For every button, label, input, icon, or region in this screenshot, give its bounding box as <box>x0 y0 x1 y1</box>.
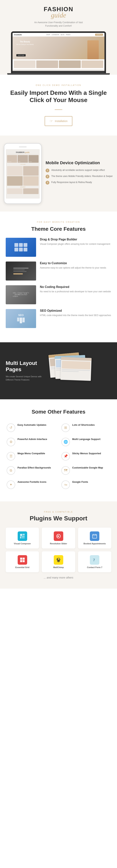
svg-rect-3 <box>20 536 21 538</box>
updates-title: Easy Automatic Updates <box>18 424 46 426</box>
core-features-section: FOR EASY WEBSITE CREATION Theme Core Fea… <box>0 212 117 342</box>
laptop-nav-search: SEARCH <box>95 34 103 36</box>
megamenu-title: Mega Menu Compatible <box>18 452 45 455</box>
plugins-grid: Visual Composer Revolution Slider ✓ <box>6 528 111 572</box>
laptop-base <box>7 73 110 75</box>
feature-grid-item-shortcodes: ⊞ Lots of Shortcodes <box>59 421 113 435</box>
cursor-icon: ☞ <box>50 119 53 123</box>
parallax-icon: ⧉ <box>7 466 15 475</box>
map-title: Customizable Google Map <box>72 466 103 469</box>
plugin-vc-icon <box>18 531 27 541</box>
features-grid: ↺ Easy Automatic Updates ⊞ Lots of Short… <box>4 421 113 492</box>
sticky-title: Sticky Menus Supported <box>72 452 101 455</box>
feature-grid-item-megamenu: ☰ Mega Menu Compatible <box>4 449 59 463</box>
laptop-hero-image: The Beauty We Are Going to Your Beauty S… <box>12 36 105 59</box>
multi-layout-desc: We create Several Unique Demos with Diff… <box>6 375 44 382</box>
plugin-essential-grid: Essential Grid <box>6 551 39 572</box>
feature-img-drag <box>6 238 36 257</box>
multilang-title: Multi Language Support <box>72 438 100 440</box>
feature-img-coding: <div class="wrap"> <h1>Hello</h1> </div> <box>6 285 36 304</box>
svg-rect-14 <box>20 560 22 562</box>
multilang-icon: 🌐 <box>61 438 70 446</box>
gfonts-icon: Aa <box>61 480 70 489</box>
laptop-mockup: FASHION SHOP LOOKBOOK BLOG PAGES SEARCH … <box>11 31 106 75</box>
feature-img-customize <box>6 261 36 281</box>
plugin-mail-icon <box>54 555 63 565</box>
svg-rect-12 <box>20 558 22 560</box>
feature-grid-item-updates: ↺ Easy Automatic Updates <box>4 421 59 435</box>
other-features-title: Some Other Features <box>4 409 113 415</box>
feature-title-seo: SEO Optimized <box>40 309 111 312</box>
feature-grid-item-sticky: 📌 Sticky Menus Supported <box>59 449 113 463</box>
hero-tagline: An Awesome User-Friendly Combination of … <box>30 21 87 28</box>
gfonts-title: Google Fonts <box>72 480 88 483</box>
mobile-features: 1 Absolutnly all scrollable sections sup… <box>46 168 113 185</box>
laptop-outer: FASHION SHOP LOOKBOOK BLOG PAGES SEARCH … <box>11 31 106 73</box>
feature-title-coding: No Coding Required <box>40 285 111 289</box>
multi-layout-title: Multi Layout Pages <box>6 360 44 373</box>
svg-rect-5 <box>22 538 25 538</box>
plugin-booked: ✓ Booked Appointments <box>78 528 111 549</box>
feature-img-seo: SEO <box>6 309 36 328</box>
plugin-rev-name: Revolution Slider <box>50 542 67 545</box>
feature-desc-drag: Visual Composer plugin offers amazing to… <box>40 242 111 246</box>
feature-row-drag: Drag & Drop Page Builder Visual Composer… <box>6 238 111 257</box>
svg-rect-15 <box>23 560 25 562</box>
multi-layout-text: Multi Layout Pages We create Several Uni… <box>6 360 44 382</box>
plugin-cf7: 7 Contact Form 7 <box>78 551 111 572</box>
mobile-section: FASHION guide DRESSES TOPS SHOES CATEGOR… <box>0 135 117 212</box>
phone-categories: DRESSES TOPS SHOES <box>7 155 38 163</box>
updates-icon: ↺ <box>7 424 15 432</box>
installation-button[interactable]: ☞ Installation <box>45 116 72 126</box>
hero-section: FASHION guide An Awesome User-Friendly C… <box>0 0 117 75</box>
laptop-bottom-bar <box>12 71 105 73</box>
phone-mockup: FASHION guide DRESSES TOPS SHOES CATEGOR… <box>4 143 42 204</box>
feature-grid-item-parallax: ⧉ Parallax Effect Backgrounds <box>4 463 59 477</box>
laptop-product-grid <box>12 59 105 69</box>
mobile-content: Mobile Device Optimization 1 Absolutnly … <box>46 160 113 187</box>
feature-text-drag: Drag & Drop Page Builder Visual Composer… <box>40 238 111 246</box>
laptop-nav-logo: FASHION <box>14 34 22 36</box>
multi-layout-mockups <box>49 352 111 390</box>
phone-speaker <box>19 147 27 147</box>
other-features-section: Some Other Features ↺ Easy Automatic Upd… <box>0 399 117 501</box>
feature-grid-item-admin: ⚙ Powerful Admin Interface <box>4 435 59 449</box>
svg-point-17 <box>58 558 59 560</box>
sticky-icon: 📌 <box>61 452 70 461</box>
svg-point-19 <box>59 559 60 559</box>
laptop-nav-bar: FASHION SHOP LOOKBOOK BLOG PAGES SEARCH <box>12 33 105 36</box>
svg-text:7: 7 <box>93 558 95 562</box>
laptop-nav-links: SHOP LOOKBOOK BLOG PAGES <box>46 34 70 35</box>
svg-point-18 <box>57 560 60 562</box>
admin-title: Powerful Admin Interface <box>18 438 47 440</box>
installation-button-label: Installation <box>55 120 68 123</box>
shortcodes-icon: ⊞ <box>61 424 70 432</box>
plugin-visual-composer: Visual Composer <box>6 528 39 549</box>
core-features-title: Theme Core Features <box>6 226 111 232</box>
feature-grid-item-gfonts: Aa Google Fonts <box>59 477 113 492</box>
feature-title-drag: Drag & Drop Page Builder <box>40 238 111 241</box>
more-plugins-text: ... and many more others <box>6 576 111 579</box>
brand-logo: FASHION guide <box>4 6 113 19</box>
demo-section-label: ONE CLICK DEMO INSTALLATION <box>8 84 109 86</box>
plugins-label: FREE & COMPATIBLE <box>6 511 111 513</box>
plugin-grid-name: Essential Grid <box>16 566 29 568</box>
phone-fashion-label: #FASHION <box>7 186 38 188</box>
plugins-title: Plugins We Support <box>6 515 111 522</box>
plugin-revolution: Revolution Slider <box>42 528 75 549</box>
plugin-grid-icon <box>18 555 27 565</box>
map-icon: 🗺 <box>61 466 70 475</box>
feature-desc-customize: Awesome easy-to-use options will adjust … <box>40 266 111 270</box>
mobile-feature-3: 3 Fully Responsive layout & Retina Ready <box>46 181 113 185</box>
laptop-figure <box>87 40 99 59</box>
feature-title-customize: Easy to Customize <box>40 261 111 265</box>
plugin-mail-name: MailChimp <box>53 566 64 568</box>
phone-categories-label: CATEGORIES <box>7 163 38 165</box>
laptop-screen: FASHION SHOP LOOKBOOK BLOG PAGES SEARCH … <box>12 33 105 71</box>
fontello-title: Awesome Fontello Icons <box>18 480 46 483</box>
feature-text-coding: No Coding Required No need to be a profe… <box>40 285 111 293</box>
feature-text-seo: SEO Optimized HTML code integrated into … <box>40 309 111 317</box>
feature-grid-item-map: 🗺 Customizable Google Map <box>59 463 113 477</box>
mobile-feature-2: 2 The theme uses Mobile Friendly sliders… <box>46 175 113 179</box>
plugin-book-icon: ✓ <box>90 531 99 541</box>
